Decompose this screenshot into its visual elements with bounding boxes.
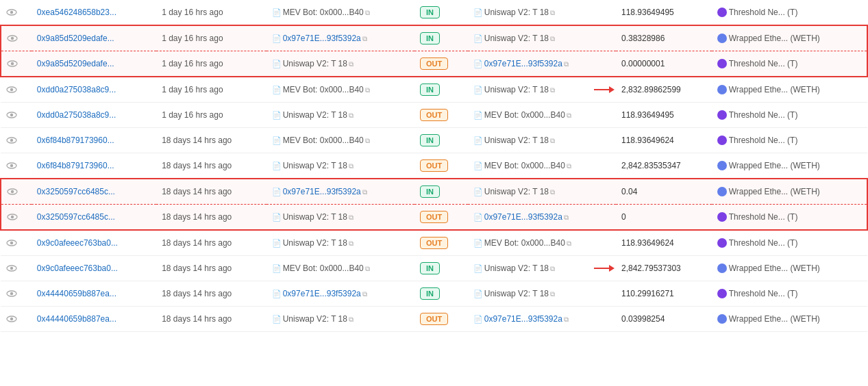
from-address[interactable]: MEV Bot: 0x000...B40 [283, 263, 364, 273]
copy-icon[interactable]: ⧉ [365, 86, 370, 94]
copy-icon[interactable]: ⧉ [550, 35, 555, 42]
token-name[interactable]: Wrapped Ethe... (WETH) [729, 85, 820, 94]
copy-icon[interactable]: ⧉ [349, 162, 354, 170]
eye-icon[interactable] [7, 186, 18, 196]
to-address[interactable]: Uniswap V2: T 18 [484, 187, 549, 196]
from-address[interactable]: 0x97e71E...93f5392a [283, 187, 361, 196]
from-address[interactable]: Uniswap V2: T 18 [283, 238, 347, 248]
eye-icon[interactable] [6, 7, 17, 16]
token-name[interactable]: Threshold Ne... (T) [729, 136, 798, 145]
from-address[interactable]: Uniswap V2: T 18 [283, 161, 347, 170]
eye-icon[interactable] [6, 110, 17, 119]
copy-icon[interactable]: ⧉ [550, 265, 555, 272]
copy-icon[interactable]: ⧉ [550, 9, 555, 16]
eye-icon[interactable] [6, 84, 17, 94]
to-address[interactable]: Uniswap V2: T 18 [484, 34, 549, 43]
copy-icon[interactable]: ⧉ [564, 60, 569, 68]
token-name[interactable]: Wrapped Ethe... (WETH) [729, 314, 820, 324]
copy-icon[interactable]: ⧉ [550, 188, 555, 196]
from-address[interactable]: Uniswap V2: T 18 [283, 59, 347, 68]
tx-hash-link[interactable]: 0xdd0a275038a8c9... [37, 85, 116, 94]
amount-value: 2,832.89862599 [621, 85, 681, 94]
copy-icon[interactable]: ⧉ [365, 265, 370, 272]
copy-icon[interactable]: ⧉ [349, 316, 354, 323]
tx-hash-cell: 0xdd0a275038a8c9... [32, 103, 156, 128]
tx-hash-link[interactable]: 0x3250597cc6485c... [37, 187, 115, 196]
from-cell: 📄MEV Bot: 0x000...B40⧉ [266, 0, 414, 25]
copy-icon[interactable]: ⧉ [349, 60, 354, 68]
svg-point-36 [717, 263, 727, 273]
eye-icon[interactable] [6, 288, 17, 298]
eye-icon[interactable] [7, 211, 18, 221]
token-name[interactable]: Threshold Ne... (T) [729, 212, 798, 222]
eye-icon[interactable] [7, 33, 18, 42]
copy-icon[interactable]: ⧉ [365, 137, 370, 144]
from-address[interactable]: MEV Bot: 0x000...B40 [283, 8, 364, 17]
to-address[interactable]: MEV Bot: 0x000...B40 [484, 110, 565, 120]
copy-icon[interactable]: ⧉ [550, 86, 555, 94]
to-address[interactable]: Uniswap V2: T 18 [484, 8, 549, 17]
table-row: 0xdd0a275038a8c9...1 day 16 hrs ago📄Unis… [1, 103, 867, 128]
copy-icon[interactable]: ⧉ [349, 240, 354, 247]
tx-hash-link[interactable]: 0x44440659b887ea... [37, 289, 116, 298]
from-address[interactable]: MEV Bot: 0x000...B40 [283, 85, 364, 94]
copy-icon[interactable]: ⧉ [567, 162, 571, 170]
from-address[interactable]: Uniswap V2: T 18 [283, 212, 347, 222]
token-name[interactable]: Threshold Ne... (T) [729, 8, 798, 17]
copy-icon[interactable]: ⧉ [564, 316, 569, 323]
copy-icon[interactable]: ⧉ [349, 112, 354, 119]
to-address[interactable]: 0x97e71E...93f5392a [484, 314, 562, 324]
tx-hash-link[interactable]: 0x44440659b887ea... [37, 314, 116, 324]
copy-icon[interactable]: ⧉ [567, 240, 571, 247]
token-name[interactable]: Wrapped Ethe... (WETH) [729, 187, 820, 196]
tx-hash-link[interactable]: 0x9c0afeeec763ba0... [37, 238, 118, 248]
copy-icon[interactable]: ⧉ [362, 188, 367, 196]
tx-hash-link[interactable]: 0x6f84b879173960... [37, 136, 114, 145]
token-name[interactable]: Wrapped Ethe... (WETH) [729, 34, 820, 43]
from-address[interactable]: 0x97e71E...93f5392a [283, 34, 361, 43]
from-address[interactable]: 0x97e71E...93f5392a [283, 289, 361, 298]
to-address[interactable]: Uniswap V2: T 18 [484, 263, 549, 273]
copy-icon[interactable]: ⧉ [550, 137, 555, 144]
age-text: 1 day 16 hrs ago [162, 8, 223, 17]
to-address[interactable]: Uniswap V2: T 18 [484, 136, 549, 145]
to-address[interactable]: MEV Bot: 0x000...B40 [484, 238, 565, 248]
doc-icon: 📄 [272, 315, 282, 323]
token-name[interactable]: Wrapped Ethe... (WETH) [729, 161, 820, 170]
from-address[interactable]: Uniswap V2: T 18 [283, 110, 347, 120]
tx-hash-link[interactable]: 0xdd0a275038a8c9... [37, 110, 116, 120]
tx-hash-link[interactable]: 0x3250597cc6485c... [37, 212, 115, 222]
tx-hash-link[interactable]: 0x9a85d5209edafe... [37, 34, 114, 43]
age-text: 18 days 14 hrs ago [162, 161, 232, 170]
copy-icon[interactable]: ⧉ [362, 290, 367, 298]
token-name[interactable]: Threshold Ne... (T) [729, 289, 798, 298]
copy-icon[interactable]: ⧉ [362, 35, 367, 42]
eye-icon[interactable] [6, 237, 17, 247]
from-address[interactable]: Uniswap V2: T 18 [283, 314, 347, 324]
token-name[interactable]: Threshold Ne... (T) [729, 110, 798, 120]
age-text: 1 day 16 hrs ago [162, 34, 223, 43]
eye-icon[interactable] [6, 135, 17, 144]
tx-hash-link[interactable]: 0x9c0afeeec763ba0... [37, 263, 118, 273]
tx-hash-link[interactable]: 0x9a85d5209edafe... [37, 59, 114, 68]
token-name[interactable]: Threshold Ne... (T) [729, 59, 798, 68]
copy-icon[interactable]: ⧉ [349, 214, 354, 221]
eye-icon[interactable] [6, 263, 17, 272]
to-address[interactable]: MEV Bot: 0x000...B40 [484, 161, 565, 170]
copy-icon[interactable]: ⧉ [365, 9, 370, 16]
from-address[interactable]: MEV Bot: 0x000...B40 [283, 136, 364, 145]
tx-hash-link[interactable]: 0xea546248658b23... [37, 8, 116, 17]
copy-icon[interactable]: ⧉ [567, 112, 571, 119]
to-address[interactable]: Uniswap V2: T 18 [484, 289, 549, 298]
copy-icon[interactable]: ⧉ [564, 214, 569, 221]
to-address[interactable]: 0x97e71E...93f5392a [484, 59, 562, 68]
token-name[interactable]: Wrapped Ethe... (WETH) [729, 263, 820, 273]
eye-icon[interactable] [7, 58, 18, 68]
to-address[interactable]: 0x97e71E...93f5392a [484, 212, 562, 222]
eye-icon[interactable] [6, 313, 17, 323]
token-name[interactable]: Threshold Ne... (T) [729, 238, 798, 248]
eye-icon[interactable] [6, 160, 17, 170]
tx-hash-link[interactable]: 0x6f84b879173960... [37, 161, 114, 170]
to-address[interactable]: Uniswap V2: T 18 [484, 85, 549, 94]
copy-icon[interactable]: ⧉ [550, 290, 555, 298]
